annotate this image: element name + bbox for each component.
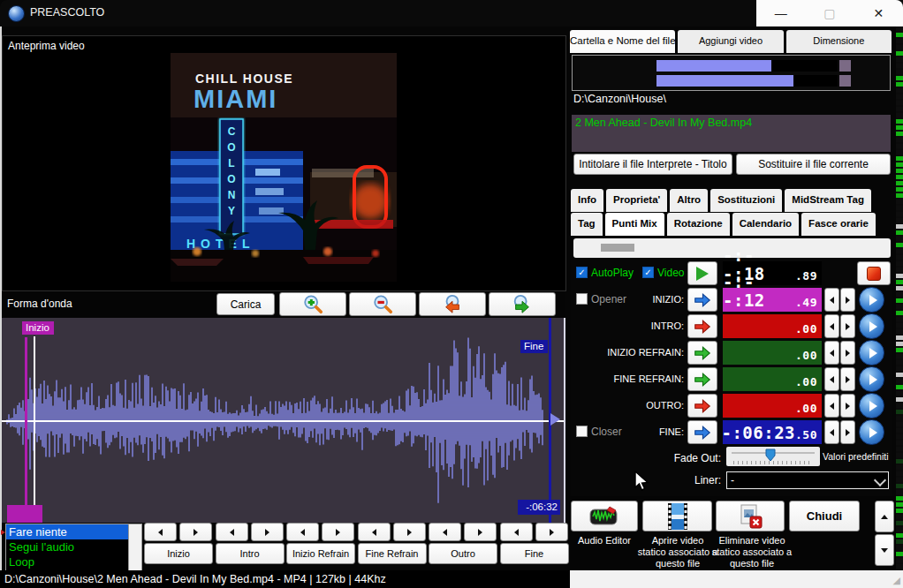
close-dialog-button[interactable]: Chiudi — [789, 501, 860, 531]
file-tab-aggiungi-video[interactable]: Aggiungi video — [678, 30, 783, 53]
blue-arrow-icon — [693, 290, 712, 310]
tab-punti-mix[interactable]: Punti Mix — [605, 213, 664, 236]
fine-decrease-button[interactable] — [824, 420, 839, 444]
tab-info[interactable]: Info — [571, 189, 603, 212]
open-static-video-button[interactable] — [642, 501, 712, 531]
nav-fine-prev-button[interactable] — [500, 523, 533, 541]
preview-fine-button[interactable] — [859, 419, 884, 445]
set-inizio-button[interactable] — [687, 288, 717, 312]
tab-midstream-tag[interactable]: MidStream Tag — [785, 189, 871, 212]
set-fine-refrain-button[interactable] — [687, 367, 717, 391]
set-intro-button[interactable] — [687, 314, 717, 338]
preview-outro-button[interactable] — [859, 393, 884, 418]
end-action-list[interactable]: Fare nienteSegui l'audioLoop — [5, 524, 142, 572]
start-marker-line[interactable] — [25, 337, 27, 505]
set-fine-button[interactable] — [687, 420, 717, 444]
audio-editor-label: Audio Editor — [570, 535, 639, 547]
nav-outro-next-button[interactable] — [464, 523, 497, 541]
nav-fine-refrain-button[interactable]: Fine Refrain — [358, 543, 427, 564]
left-arrow-icon — [300, 529, 305, 536]
nav-fine-next-button[interactable] — [535, 523, 568, 541]
scroll-left-button[interactable] — [419, 292, 486, 316]
list-scrollbar[interactable] — [128, 524, 141, 571]
tab-rotazione[interactable]: Rotazione — [667, 213, 730, 236]
left-arrow-icon — [443, 529, 447, 536]
rename-file-button[interactable]: Intitolare il file Interprete - Titolo — [573, 154, 732, 175]
nav-intro-next-button[interactable] — [251, 523, 284, 541]
audio-editor-button[interactable] — [571, 501, 638, 531]
right-arrow-icon — [846, 403, 850, 410]
start-marker-label[interactable]: Inizio — [22, 321, 54, 335]
stop-button[interactable] — [857, 261, 891, 285]
folder-path-row: D:\Canzoni\House\ — [572, 92, 891, 108]
fine-increase-button[interactable] — [840, 420, 855, 444]
preview-fine-refrain-button[interactable] — [859, 366, 884, 392]
play-icon — [869, 374, 877, 385]
nav-fine-button[interactable]: Fine — [500, 543, 569, 564]
fine-refrain-increase-button[interactable] — [840, 367, 855, 391]
inizio-decrease-button[interactable] — [824, 288, 839, 312]
intro-increase-button[interactable] — [840, 314, 855, 338]
inizio-refrain-increase-button[interactable] — [840, 341, 855, 365]
liner-select[interactable]: - — [726, 471, 889, 489]
tab-proprieta[interactable]: Proprieta' — [606, 189, 667, 212]
preview-inizio-button[interactable] — [859, 287, 884, 313]
tab-sostituzioni[interactable]: Sostituzioni — [710, 189, 782, 212]
tab-calendario[interactable]: Calendario — [732, 213, 799, 236]
list-item-segui-l-audio[interactable]: Segui l'audio — [6, 539, 128, 554]
play-button[interactable] — [687, 261, 717, 285]
minimize-icon[interactable]: — — [763, 1, 800, 26]
nav-outro-button[interactable]: Outro — [429, 543, 497, 564]
resize-grip[interactable]: ◢ — [893, 575, 900, 586]
list-item-loop[interactable]: Loop — [6, 554, 128, 569]
video-checkbox[interactable]: ✓ — [642, 267, 654, 278]
replace-file-button[interactable]: Sostituire il file corrente — [736, 154, 891, 175]
preview-inizio-refrain-button[interactable] — [859, 340, 884, 366]
delete-static-video-button[interactable] — [716, 501, 785, 531]
nav-inizio-refrain-button[interactable]: Inizio Refrain — [286, 543, 355, 564]
preview-intro-button[interactable] — [859, 313, 884, 339]
waveform-display[interactable]: Inizio Fine -:06:32 — [2, 318, 565, 523]
zoom-in-button[interactable] — [279, 292, 346, 316]
fine-refrain-decrease-button[interactable] — [824, 367, 839, 391]
start-marker-handle[interactable] — [7, 505, 42, 523]
cue-label-inizio: INIZIO: — [578, 294, 684, 305]
nav-intro-button[interactable]: Intro — [216, 543, 285, 564]
scroll-up-button[interactable] — [875, 501, 894, 532]
list-item-fare-niente[interactable]: Fare niente — [6, 524, 128, 539]
slider-thumb[interactable] — [765, 449, 776, 462]
scroll-down-button[interactable] — [875, 534, 894, 566]
nav-inizio-refrain-next-button[interactable] — [322, 523, 354, 541]
load-button[interactable]: Carica — [216, 293, 275, 315]
inizio-increase-button[interactable] — [840, 288, 855, 312]
intro-decrease-button[interactable] — [824, 314, 839, 338]
outro-increase-button[interactable] — [840, 394, 855, 418]
trackbar-thumb[interactable] — [601, 244, 634, 252]
tab-fasce-orarie[interactable]: Fasce orarie — [801, 213, 876, 236]
intro-display: .00 — [723, 314, 822, 338]
nav-intro-prev-button[interactable] — [216, 523, 248, 541]
zoom-out-button[interactable] — [349, 292, 416, 316]
cue-label-fine: FINE: — [578, 426, 684, 437]
nav-fine-refrain-prev-button[interactable] — [358, 523, 391, 541]
scroll-right-button[interactable] — [489, 292, 556, 316]
nav-outro-prev-button[interactable] — [429, 523, 461, 541]
close-icon[interactable]: ✕ — [860, 1, 897, 26]
set-outro-button[interactable] — [687, 394, 717, 418]
file-tab-dimensione[interactable]: Dimensione — [786, 30, 892, 53]
nav-inizio-refrain-prev-button[interactable] — [286, 523, 319, 541]
nav-inizio-prev-button[interactable] — [144, 523, 177, 541]
outro-decrease-button[interactable] — [824, 394, 839, 418]
nav-inizio-button[interactable]: Inizio — [144, 543, 213, 564]
fade-out-slider[interactable] — [726, 447, 820, 466]
playhead-line[interactable] — [34, 336, 35, 505]
end-marker-label[interactable]: Fine — [520, 340, 548, 353]
nav-inizio-next-button[interactable] — [179, 523, 212, 541]
tab-altro[interactable]: Altro — [670, 189, 708, 212]
tab-tag[interactable]: Tag — [571, 213, 603, 236]
nav-fine-refrain-next-button[interactable] — [393, 523, 426, 541]
set-inizio-refrain-button[interactable] — [687, 341, 717, 365]
inizio-refrain-decrease-button[interactable] — [824, 341, 839, 365]
file-tab-cartella-e-nome-del-file[interactable]: Cartella e Nome del file — [570, 30, 675, 53]
autoplay-checkbox[interactable]: ✓ — [576, 267, 588, 278]
